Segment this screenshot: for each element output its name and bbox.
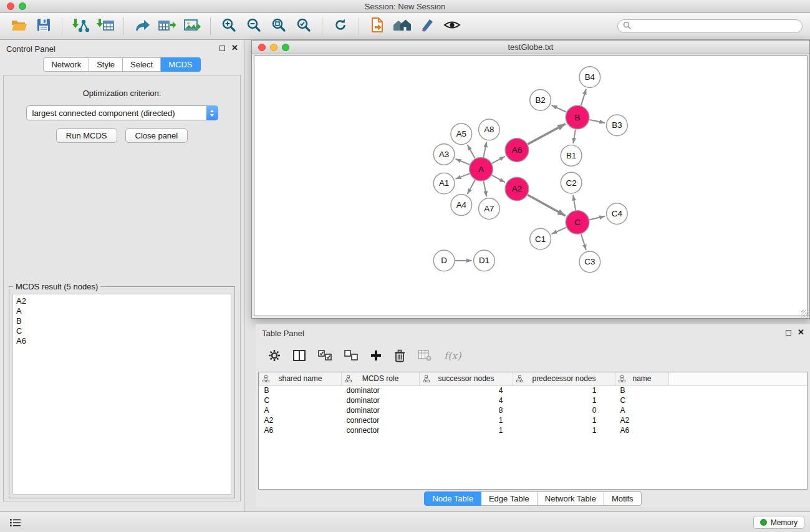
table-cell[interactable]: 0 xyxy=(513,405,615,415)
edge-C-C2[interactable] xyxy=(573,195,576,210)
column-header-shared-name[interactable]: shared name xyxy=(259,372,342,385)
table-cell[interactable]: A6 xyxy=(615,425,669,435)
node-B2[interactable]: B2 xyxy=(530,89,551,110)
tab-edge-table[interactable]: Edge Table xyxy=(481,491,538,506)
table-cell[interactable]: dominator xyxy=(342,385,420,395)
node-A[interactable]: A xyxy=(470,157,493,181)
select-all-button[interactable] xyxy=(318,350,332,361)
deselect-all-button[interactable] xyxy=(344,350,358,361)
mcds-result-item[interactable]: B xyxy=(16,316,228,326)
table-cell[interactable]: A xyxy=(615,405,669,415)
open-session-button[interactable] xyxy=(7,15,30,37)
node-D1[interactable]: D1 xyxy=(474,250,495,271)
column-header-MCDS-role[interactable]: MCDS role xyxy=(342,372,420,385)
table-cell[interactable]: B xyxy=(259,385,342,395)
table-cell[interactable]: 4 xyxy=(420,395,513,405)
import-network-button[interactable] xyxy=(69,15,92,37)
node-C2[interactable]: C2 xyxy=(561,172,582,193)
tab-network[interactable]: Network xyxy=(43,57,89,72)
save-session-button[interactable] xyxy=(32,15,55,37)
node-A4[interactable]: A4 xyxy=(451,195,472,216)
window-resize-grip[interactable] xyxy=(801,310,809,317)
node-C3[interactable]: C3 xyxy=(579,251,600,273)
table-cell[interactable]: connector xyxy=(342,415,420,425)
network-canvas[interactable]: B4B2BB3B1A5A8A6A3AA1A2A4A7C2CC4C1C3DD1 xyxy=(254,56,808,316)
delete-table-button[interactable] xyxy=(418,350,432,361)
edge-B-B1[interactable] xyxy=(573,130,576,143)
node-C[interactable]: C xyxy=(566,211,589,235)
close-table-panel-icon[interactable]: ✕ xyxy=(798,329,804,336)
edge-B-B2[interactable] xyxy=(552,105,567,112)
table-row[interactable]: Cdominator41C xyxy=(259,395,808,405)
node-A7[interactable]: A7 xyxy=(479,198,500,220)
edge-A-A3[interactable] xyxy=(455,159,470,165)
node-B[interactable]: B xyxy=(566,105,589,129)
table-cell[interactable]: 1 xyxy=(420,425,513,435)
close-network-icon[interactable] xyxy=(258,44,266,51)
edge-A6-B[interactable] xyxy=(528,123,565,144)
node-table[interactable]: shared nameMCDS rolesuccessor nodesprede… xyxy=(258,372,808,490)
show-columns-button[interactable] xyxy=(293,350,306,361)
tab-mcds[interactable]: MCDS xyxy=(161,57,200,72)
table-row[interactable]: A6connector11A6 xyxy=(259,425,808,435)
edge-B-B3[interactable] xyxy=(589,120,605,123)
edge-A-A5[interactable] xyxy=(468,145,475,158)
edge-A-A8[interactable] xyxy=(483,142,486,157)
minimize-network-icon[interactable] xyxy=(270,44,277,51)
table-cell[interactable]: 1 xyxy=(513,415,615,425)
column-header-successor-nodes[interactable]: successor nodes xyxy=(420,372,513,385)
column-header-name[interactable]: name xyxy=(615,372,669,385)
edge-B-B4[interactable] xyxy=(581,89,586,106)
tab-node-table[interactable]: Node Table xyxy=(424,491,481,506)
create-column-button[interactable] xyxy=(370,350,382,361)
edge-C-C4[interactable] xyxy=(589,216,605,220)
show-graphics-details-button[interactable] xyxy=(441,15,463,37)
node-A1[interactable]: A1 xyxy=(433,173,455,194)
table-cell[interactable]: 1 xyxy=(513,385,615,395)
import-table-button[interactable] xyxy=(94,15,117,37)
zoom-in-button[interactable] xyxy=(218,15,240,37)
table-cell[interactable]: A2 xyxy=(615,415,669,425)
refresh-view-button[interactable] xyxy=(329,15,352,37)
table-cell[interactable]: 1 xyxy=(513,395,615,405)
edge-A-A1[interactable] xyxy=(456,173,470,179)
home-button[interactable] xyxy=(391,15,413,37)
tab-select[interactable]: Select xyxy=(123,57,161,72)
node-A3[interactable]: A3 xyxy=(433,144,455,165)
table-row[interactable]: Bdominator41B xyxy=(259,385,808,395)
search-input[interactable] xyxy=(634,22,797,31)
mcds-result-list[interactable]: A2ABCA6 xyxy=(12,294,231,495)
zoom-network-icon[interactable] xyxy=(282,44,289,51)
table-row[interactable]: Adominator80A xyxy=(259,405,808,415)
node-A5[interactable]: A5 xyxy=(451,123,472,145)
table-cell[interactable]: 4 xyxy=(420,385,513,395)
close-window-icon[interactable] xyxy=(7,2,14,10)
table-row[interactable]: A2connector11A2 xyxy=(259,415,808,425)
network-window-titlebar[interactable]: testGlobe.txt xyxy=(252,41,809,54)
node-A8[interactable]: A8 xyxy=(479,119,500,140)
edge-A-A6[interactable] xyxy=(492,157,505,163)
apply-style-button[interactable] xyxy=(416,15,438,37)
float-panel-icon[interactable] xyxy=(219,46,225,51)
edge-A-A7[interactable] xyxy=(483,181,486,197)
zoom-out-button[interactable] xyxy=(243,15,265,37)
memory-button[interactable]: Memory xyxy=(753,516,804,529)
node-B1[interactable]: B1 xyxy=(561,145,582,167)
node-B4[interactable]: B4 xyxy=(579,67,600,88)
table-cell[interactable]: dominator xyxy=(342,395,420,405)
task-history-button[interactable] xyxy=(8,516,22,529)
edge-C-C1[interactable] xyxy=(552,228,566,234)
close-panel-button[interactable]: Close panel xyxy=(125,128,188,143)
edge-A-A4[interactable] xyxy=(467,180,475,195)
table-cell[interactable]: C xyxy=(615,395,669,405)
export-image-button[interactable] xyxy=(181,15,203,37)
tab-motifs[interactable]: Motifs xyxy=(604,491,642,506)
column-header-predecessor-nodes[interactable]: predecessor nodes xyxy=(513,372,615,385)
mcds-result-item[interactable]: A6 xyxy=(16,336,228,346)
edge-A-A2[interactable] xyxy=(492,175,505,183)
share-document-button[interactable] xyxy=(366,15,388,37)
table-cell[interactable]: A6 xyxy=(259,425,342,435)
criterion-dropdown[interactable]: largest connected component (directed) xyxy=(26,105,218,120)
zoom-fit-button[interactable] xyxy=(268,15,290,37)
tab-network-table[interactable]: Network Table xyxy=(538,491,604,506)
